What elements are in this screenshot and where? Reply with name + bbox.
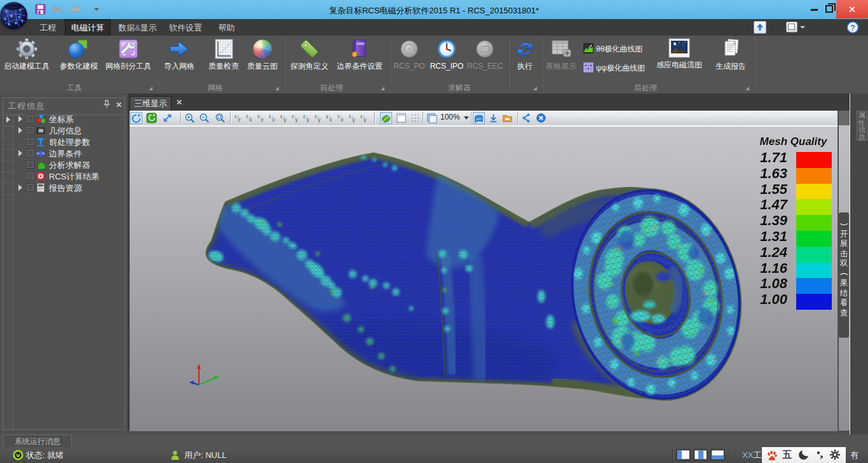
- svg-text:x: x: [257, 114, 260, 118]
- svg-text:z: z: [269, 114, 271, 118]
- svg-text:z: z: [292, 114, 294, 118]
- svg-text:z: z: [360, 114, 362, 118]
- svg-text:v: v: [337, 114, 340, 118]
- svg-text:x: x: [234, 114, 237, 118]
- svg-text:z: z: [303, 114, 305, 118]
- svg-text:z: z: [315, 114, 316, 118]
- svg-text:?: ?: [850, 24, 855, 32]
- svg-text:z: z: [246, 114, 248, 118]
- svg-text:z: z: [349, 114, 351, 118]
- svg-text:z: z: [280, 114, 282, 118]
